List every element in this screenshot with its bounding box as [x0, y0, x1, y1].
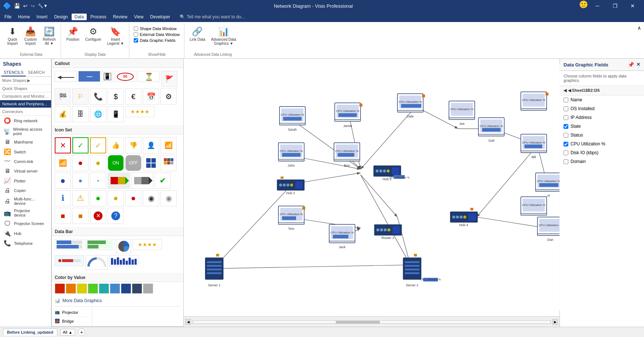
field-disk-io-item[interactable]: Disk IO (kbps): [560, 148, 644, 157]
calendar-shape[interactable]: 📅: [143, 88, 159, 105]
more-shapes-section[interactable]: More Shapes ▶: [0, 77, 51, 85]
shape-data-window-checkbox[interactable]: [134, 26, 138, 31]
phone-shape[interactable]: 📞: [90, 88, 106, 105]
check-orange-icon[interactable]: ✓: [90, 137, 106, 153]
color-blue-dark-swatch[interactable]: [121, 283, 131, 294]
refresh-all-button[interactable]: 🔄 RefreshAll ▼: [40, 25, 58, 47]
connectors-section[interactable]: Connectors: [0, 108, 51, 116]
field-domain-item[interactable]: Domain: [560, 157, 644, 166]
orange-square[interactable]: ■: [72, 208, 89, 224]
advanced-data-graphics-button[interactable]: 📊 Advanced DataGraphics ▼: [209, 25, 238, 47]
info-blue-icon[interactable]: ℹ: [55, 190, 71, 206]
tab-before-linking[interactable]: Before Linking_updated: [3, 329, 57, 336]
mobile-shape[interactable]: 📱: [108, 106, 124, 122]
field-os-installed-checkbox[interactable]: [564, 106, 568, 111]
menu-home[interactable]: Home: [15, 14, 33, 20]
sidebar-item-projector-screen[interactable]: 🖵 Projector Screen: [0, 219, 51, 228]
sidebar-item-hub[interactable]: 🔌 Hub: [0, 228, 51, 238]
pin-icon[interactable]: 📌: [628, 62, 634, 68]
data-bar-1[interactable]: [55, 239, 84, 250]
star-rating-bar[interactable]: ★★★★: [133, 239, 162, 250]
search-tab[interactable]: SEARCH: [26, 69, 47, 76]
add-sheet-btn[interactable]: +: [78, 329, 85, 336]
field-cpu-utilization-item[interactable]: CPU Utilization %: [560, 139, 644, 148]
toggle-off-icon[interactable]: OFF: [125, 155, 141, 171]
callout-shape-3[interactable]: 📱: [102, 71, 113, 82]
sidebar-item-plotter[interactable]: 📈 Plotter: [0, 176, 51, 186]
color-yellow-swatch[interactable]: [77, 283, 87, 294]
color-red-swatch[interactable]: [55, 283, 65, 294]
callout-shape-2[interactable]: ━━━: [78, 71, 100, 82]
node-router2[interactable]: Router 2: [374, 224, 402, 240]
node-extra1[interactable]: CPU Utilization %: [521, 92, 548, 110]
toggle-on-icon[interactable]: ON: [108, 155, 124, 171]
network-section[interactable]: Network and Periphera...: [0, 100, 51, 108]
node-extra2[interactable]: CPU Utilization %: [521, 197, 547, 215]
flag-shape-2[interactable]: 🏁: [55, 88, 71, 105]
yellow-dot[interactable]: ●: [108, 190, 124, 206]
sidebar-item-telephone[interactable]: 📞 Telephone: [0, 238, 51, 248]
menu-insert[interactable]: Insert: [33, 14, 50, 20]
node-sarah[interactable]: CPU Utilization % Sarah: [280, 106, 305, 131]
menu-data[interactable]: Data: [72, 14, 87, 20]
blue-circle-md[interactable]: ●: [72, 173, 89, 189]
color-blue-gray-swatch[interactable]: [110, 283, 120, 294]
field-name-checkbox[interactable]: [564, 98, 568, 102]
maximize-button[interactable]: ❐: [607, 0, 623, 12]
flag-shape-1[interactable]: 🚩: [161, 71, 177, 87]
horizontal-scrollbar[interactable]: ◀ ▶: [184, 316, 560, 327]
grid-multi-icon[interactable]: [161, 155, 177, 171]
menu-view[interactable]: View: [131, 14, 147, 20]
yellow-circle-icon[interactable]: ●: [90, 155, 106, 171]
sidebar-projector[interactable]: 📺 Projector: [52, 308, 92, 317]
thermometer-shape[interactable]: [55, 255, 84, 266]
node-hub2[interactable]: Hub 2: [277, 177, 305, 195]
flag-multi-2[interactable]: [131, 173, 153, 189]
callout-shape-5[interactable]: ⏳: [138, 71, 160, 82]
euro-shape[interactable]: €: [125, 88, 141, 105]
field-status-checkbox[interactable]: [564, 133, 568, 138]
more-data-graphics-link[interactable]: 📊 More Data Graphics: [52, 295, 183, 306]
shape-data-window-check[interactable]: Shape Data Window: [134, 26, 180, 31]
node-server1[interactable]: Server 1: [205, 254, 223, 287]
node-joe[interactable]: CPU Utilization % Joe: [449, 101, 475, 126]
dollar-shape[interactable]: $: [108, 88, 124, 105]
thumbs-up-icon[interactable]: 👍: [108, 137, 124, 153]
node-john[interactable]: CPU Utilization % John: [278, 143, 304, 167]
gear-shape[interactable]: ⚙: [161, 88, 177, 105]
warning-icon[interactable]: ⚠: [72, 190, 89, 206]
configure-button[interactable]: ⚙ Configure: [83, 25, 103, 43]
check-green-icon[interactable]: ✔: [155, 173, 171, 189]
link-data-button[interactable]: 🔗 Link Data: [187, 25, 207, 43]
node-bill[interactable]: CPU Utilization % Bill: [521, 134, 547, 159]
color-navy-swatch[interactable]: [132, 283, 142, 294]
sidebar-item-copier[interactable]: 🖨 Copier: [0, 186, 51, 195]
red-square-1[interactable]: ■: [55, 208, 71, 224]
field-status-item[interactable]: Status: [560, 131, 644, 139]
menu-file[interactable]: File: [1, 14, 14, 20]
h-scrollbar-thumb[interactable]: [336, 321, 380, 324]
field-os-installed-item[interactable]: OS Installed: [560, 104, 644, 113]
gauge-shape[interactable]: [86, 255, 108, 270]
red-circle-icon[interactable]: ●: [72, 155, 89, 171]
blue-circle-lg[interactable]: ●: [55, 173, 71, 189]
external-data-window-check[interactable]: External Data Window: [134, 32, 180, 37]
node-jack[interactable]: CPU Utilization % Jack: [329, 224, 355, 249]
node-dan[interactable]: CPU Utilization % Dan: [537, 217, 560, 242]
sidebar-modem[interactable]: 📡 Modem: [52, 326, 92, 327]
tab-all-btn[interactable]: All ▲: [60, 329, 75, 336]
quick-shapes-section[interactable]: Quick Shapes: [0, 85, 51, 93]
flag-multi-1[interactable]: [108, 173, 130, 189]
right-panel-close-icon[interactable]: ✕: [636, 62, 640, 68]
ribbon-collapse-icon[interactable]: ∧: [637, 25, 641, 31]
flag-shape-3[interactable]: ⚐: [72, 88, 89, 105]
field-cpu-utilization-checkbox[interactable]: [564, 142, 568, 146]
red-dot[interactable]: ●: [125, 190, 141, 206]
red-x-circle[interactable]: ✕: [90, 208, 106, 224]
canvas-inner[interactable]: CPU Utilization % Sarah CPU Utilization …: [184, 59, 560, 316]
close-button[interactable]: ✕: [624, 0, 641, 12]
field-ip-address-checkbox[interactable]: [564, 115, 568, 120]
dark-circle-2[interactable]: ◉: [161, 190, 177, 206]
data-bar-2[interactable]: [86, 239, 115, 250]
vertical-bars-shape[interactable]: [109, 255, 138, 266]
